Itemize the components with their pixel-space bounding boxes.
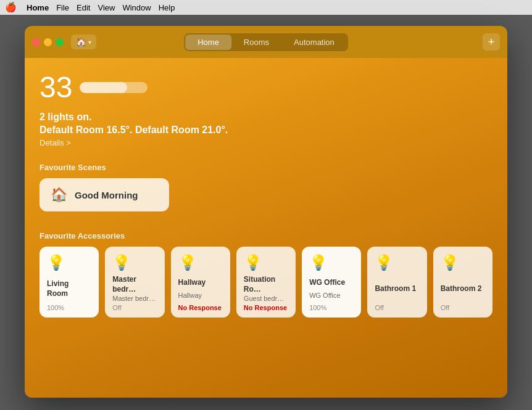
accessory-icon-4: 💡 [309, 254, 354, 271]
accessory-icon-3: 💡 [244, 254, 288, 271]
menu-file[interactable]: File [56, 3, 69, 12]
accessory-status-2: No Response [178, 304, 223, 311]
title-bar: 🏠 ▾ Home Rooms Automation + [25, 26, 507, 58]
status-temperatures: Default Room 16.5°. Default Room 21.0°. [39, 125, 493, 136]
nav-tabs: Home Rooms Automation [184, 33, 348, 51]
accessory-card-5[interactable]: 💡Bathroom 1Off [367, 247, 426, 318]
menu-bar: 🍎 Home File Edit View Window Help [0, 0, 532, 15]
tab-automation[interactable]: Automation [281, 35, 347, 50]
temperature-bar [80, 82, 148, 93]
temperature-display: 33 [39, 73, 72, 102]
accessories-row: 💡Living Room100%💡Master bedr…Master bedr… [39, 247, 493, 318]
accessory-icon-5: 💡 [375, 254, 419, 271]
menu-view[interactable]: View [98, 3, 115, 12]
accessory-name-2: Hallway [178, 278, 223, 288]
tab-home[interactable]: Home [185, 35, 231, 50]
main-content: 33 2 lights on. Default Room 16.5°. Defa… [25, 58, 507, 398]
accessory-status-4: 100% [309, 304, 354, 311]
accessory-status-6: Off [441, 304, 485, 311]
scene-home-icon: 🏠 [51, 187, 67, 203]
header-section: 33 2 lights on. Default Room 16.5°. Defa… [39, 73, 493, 148]
scene-name: Good Morning [75, 190, 138, 200]
accessory-status-3: No Response [244, 304, 288, 311]
temperature-bar-fill [80, 82, 127, 93]
accessory-card-2[interactable]: 💡HallwayHallwayNo Response [171, 247, 230, 318]
menu-help[interactable]: Help [159, 3, 175, 12]
accessory-sub-1: Master bedr… [112, 294, 157, 303]
accessory-card-3[interactable]: 💡Situation Ro…Guest bedr…No Response [236, 247, 296, 318]
accessory-card-1[interactable]: 💡Master bedr…Master bedr…Off [105, 247, 164, 318]
accessories-label: Favourite Accessories [39, 231, 493, 240]
chevron-down-icon: ▾ [88, 39, 91, 46]
apple-menu[interactable]: 🍎 [5, 2, 17, 13]
accessory-name-4: WG Office [309, 278, 354, 288]
accessory-name-5: Bathroom 1 [375, 284, 419, 294]
menu-home[interactable]: Home [27, 3, 49, 12]
menu-edit[interactable]: Edit [77, 3, 90, 12]
accessory-icon-2: 💡 [178, 254, 223, 271]
accessory-card-6[interactable]: 💡Bathroom 2Off [433, 247, 493, 318]
accessory-status-5: Off [375, 304, 419, 311]
home-icon: 🏠 [76, 37, 86, 47]
app-window: 🏠 ▾ Home Rooms Automation + 33 2 lights … [25, 26, 507, 398]
traffic-lights [32, 38, 64, 46]
maximize-button[interactable] [56, 38, 64, 46]
accessory-sub-2: Hallway [178, 291, 223, 300]
home-icon-button[interactable]: 🏠 ▾ [71, 35, 96, 49]
accessory-name-6: Bathroom 2 [441, 284, 485, 294]
good-morning-scene[interactable]: 🏠 Good Morning [39, 178, 169, 211]
scenes-label: Favourite Scenes [39, 163, 493, 172]
accessory-sub-4: WG Office [309, 291, 354, 300]
status-lights: 2 lights on. [39, 110, 493, 125]
accessory-status-0: 100% [47, 304, 91, 311]
accessory-name-3: Situation Ro… [244, 275, 288, 294]
temperature-row: 33 [39, 73, 493, 102]
accessory-icon-6: 💡 [441, 254, 485, 271]
accessory-name-1: Master bedr… [112, 275, 157, 294]
accessory-status-1: Off [112, 304, 157, 311]
accessory-name-0: Living Room [47, 279, 91, 298]
accessory-icon-0: 💡 [47, 254, 91, 271]
tab-rooms[interactable]: Rooms [231, 35, 281, 50]
menu-window[interactable]: Window [122, 3, 151, 12]
accessory-sub-3: Guest bedr… [244, 294, 288, 303]
accessory-card-4[interactable]: 💡WG OfficeWG Office100% [302, 247, 361, 318]
accessory-card-0[interactable]: 💡Living Room100% [39, 247, 99, 318]
accessory-icon-1: 💡 [112, 254, 157, 271]
add-button[interactable]: + [483, 33, 500, 51]
details-link[interactable]: Details > [39, 138, 71, 147]
close-button[interactable] [32, 38, 40, 46]
minimize-button[interactable] [44, 38, 52, 46]
